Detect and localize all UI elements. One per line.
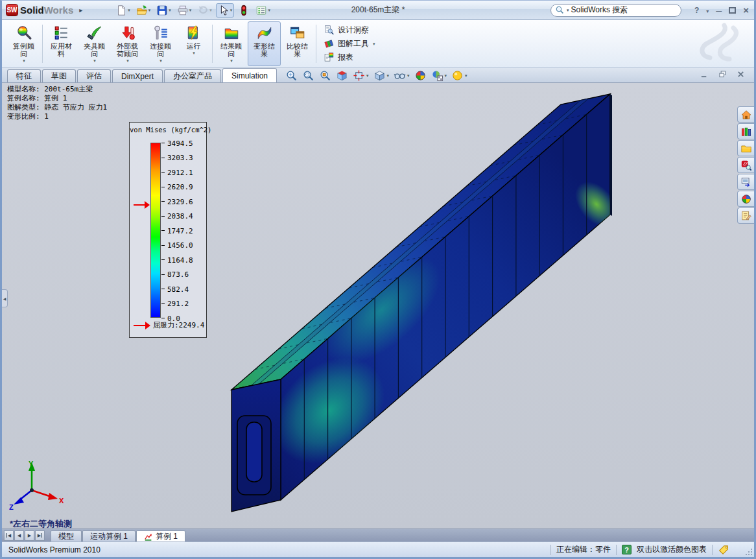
options-button[interactable]: ▾: [254, 3, 272, 18]
close-button[interactable]: [743, 5, 749, 16]
last-tab-button[interactable]: ▶: [35, 530, 45, 541]
view-settings-button[interactable]: ▾: [451, 69, 467, 82]
panel-splitter[interactable]: [2, 289, 8, 307]
dropdown-arrow-icon[interactable]: ▾: [189, 8, 192, 13]
run-icon: [185, 25, 202, 42]
ribbon-button-compare-results[interactable]: 比较结果: [281, 21, 314, 66]
study-tab-算例 1[interactable]: 算例 1: [136, 530, 185, 542]
dropdown-arrow-icon[interactable]: ▾: [148, 8, 151, 13]
dropdown-arrow-icon[interactable]: ▾: [268, 8, 270, 13]
zoom-area-button[interactable]: [302, 69, 314, 82]
dropdown-arrow-icon[interactable]: ▾: [193, 51, 195, 56]
dropdown-arrow-icon[interactable]: ▾: [387, 73, 390, 78]
ribbon-button-run[interactable]: 运行▾: [177, 21, 210, 66]
view-orientation-button[interactable]: ▾: [353, 69, 369, 82]
ribbon-button-study-advisor[interactable]: 算例顾问▾: [7, 21, 40, 66]
legend-tick-label: 582.4: [167, 285, 189, 294]
apply-scene-button[interactable]: ▾: [431, 69, 447, 82]
ribbon-button-apply-material[interactable]: 应用材料: [45, 21, 78, 66]
results-advisor-icon: [223, 25, 240, 42]
minimize-button[interactable]: [716, 6, 722, 15]
tab-评估[interactable]: 评估: [77, 69, 111, 82]
ribbon-button-external-loads-advisor[interactable]: 外部载荷顾问▾: [111, 21, 144, 66]
next-tab-button[interactable]: ▶: [25, 530, 34, 541]
solidworks-resources-tab[interactable]: [737, 106, 754, 123]
color-chart-hint[interactable]: 双击以激活颜色图表: [637, 544, 707, 555]
stress-legend[interactable]: von Mises (kgf/cm^2) 3494.53203.32912.12…: [129, 122, 207, 338]
help-dropdown-icon[interactable]: [706, 6, 709, 15]
dropdown-arrow-icon[interactable]: ▾: [445, 73, 447, 78]
legend-tick: [161, 216, 165, 217]
dropdown-arrow-icon[interactable]: ▾: [169, 8, 171, 13]
dropdown-arrow-icon[interactable]: ▾: [128, 8, 130, 13]
beam-model[interactable]: [2, 83, 754, 529]
menu-flyout-arrow-icon[interactable]: [79, 6, 82, 14]
dropdown-arrow-icon[interactable]: ▾: [407, 73, 410, 78]
ribbon-button-connections-advisor[interactable]: 连接顾问▾: [144, 21, 177, 66]
undo-button[interactable]: ▾: [195, 3, 214, 18]
tab-Simulation[interactable]: Simulation: [222, 68, 277, 82]
doc-restore-icon[interactable]: [718, 70, 727, 78]
doc-close-icon[interactable]: [737, 70, 745, 78]
file-explorer-tab[interactable]: [737, 140, 754, 156]
legend-tick-label: 1747.2: [167, 227, 193, 235]
open-button[interactable]: ▾: [134, 3, 153, 18]
study-tab-模型[interactable]: 模型: [51, 530, 82, 542]
search-dropdown-icon[interactable]: ▾: [567, 8, 569, 13]
doc-minimize-icon[interactable]: [700, 70, 709, 78]
select-button[interactable]: ▾: [216, 3, 235, 18]
study-tabs: 模型运动算例 1算例 1: [51, 529, 186, 542]
zoom-fit-button[interactable]: [285, 69, 298, 82]
x-axis-arrow-icon: [48, 493, 58, 500]
search-box[interactable]: ▾ SolidWorks 搜索: [550, 4, 681, 17]
design-library-tab[interactable]: [737, 123, 754, 139]
edit-appearance-button[interactable]: [414, 69, 427, 82]
dropdown-arrow-icon[interactable]: ▾: [23, 58, 25, 64]
ribbon-button-report[interactable]: 报表: [321, 52, 378, 63]
tab-DimXpert[interactable]: DimXpert: [112, 69, 163, 82]
legend-tick-label: 3494.5: [167, 139, 193, 148]
graphics-area[interactable]: 模型名称: 200t-65m主梁 算例名称: 算例 1 图解类型: 静态 节应力…: [2, 83, 754, 529]
dropdown-arrow-icon[interactable]: ▾: [126, 58, 129, 64]
dropdown-arrow-icon[interactable]: ▾: [373, 42, 375, 47]
solidworks-search-tab[interactable]: [737, 157, 754, 173]
tab-办公室产品[interactable]: 办公室产品: [164, 69, 221, 82]
previous-tab-button[interactable]: ◀: [14, 530, 24, 541]
help-button[interactable]: [694, 6, 699, 15]
app-menu[interactable]: SW SolidWorks: [6, 4, 86, 16]
dropdown-arrow-icon[interactable]: ▾: [209, 8, 212, 13]
legend-tick: [161, 318, 165, 318]
legend-tick-label: 1456.0: [167, 241, 193, 250]
maximize-button[interactable]: [729, 7, 736, 14]
appearances-scenes-tab[interactable]: [737, 191, 754, 207]
resize-grip[interactable]: [745, 548, 753, 556]
ribbon-button-deformed-result[interactable]: 变形结果: [248, 21, 281, 66]
ribbon-button-fixtures-advisor[interactable]: 夹具顾问▾: [78, 21, 111, 66]
custom-properties-tab[interactable]: [737, 208, 754, 224]
dropdown-arrow-icon[interactable]: ▾: [159, 58, 162, 64]
ribbon-button-plot-tools[interactable]: 图解工具▾: [321, 38, 378, 49]
first-tab-button[interactable]: ◀: [4, 530, 14, 541]
dropdown-arrow-icon[interactable]: ▾: [93, 58, 96, 64]
zoom-selected-button[interactable]: [319, 69, 331, 82]
print-button[interactable]: ▾: [175, 3, 194, 18]
study-tab-运动算例 1[interactable]: 运动算例 1: [82, 530, 136, 542]
tab-草图[interactable]: 草图: [42, 69, 76, 82]
custom-properties-icon: [740, 210, 752, 222]
hide-show-items-button[interactable]: ▾: [394, 69, 410, 82]
hide-show-items-icon: [394, 69, 406, 82]
dropdown-arrow-icon[interactable]: ▾: [230, 8, 233, 13]
ribbon-button-design-insight[interactable]: 设计洞察: [321, 25, 378, 36]
save-button[interactable]: ▾: [154, 3, 173, 18]
ribbon-button-results-advisor[interactable]: 结果顾问▾: [215, 21, 248, 66]
dropdown-arrow-icon[interactable]: ▾: [465, 73, 467, 78]
dropdown-arrow-icon[interactable]: ▾: [366, 73, 369, 78]
new-document-button[interactable]: ▾: [113, 3, 132, 18]
selection-filter-button[interactable]: [236, 3, 252, 18]
tag-icon[interactable]: [718, 544, 729, 556]
tab-特征[interactable]: 特征: [7, 69, 41, 82]
display-style-button[interactable]: ▾: [373, 69, 390, 82]
view-palette-tab[interactable]: [737, 174, 754, 190]
section-view-button[interactable]: [336, 69, 348, 82]
dropdown-arrow-icon[interactable]: ▾: [230, 58, 233, 64]
